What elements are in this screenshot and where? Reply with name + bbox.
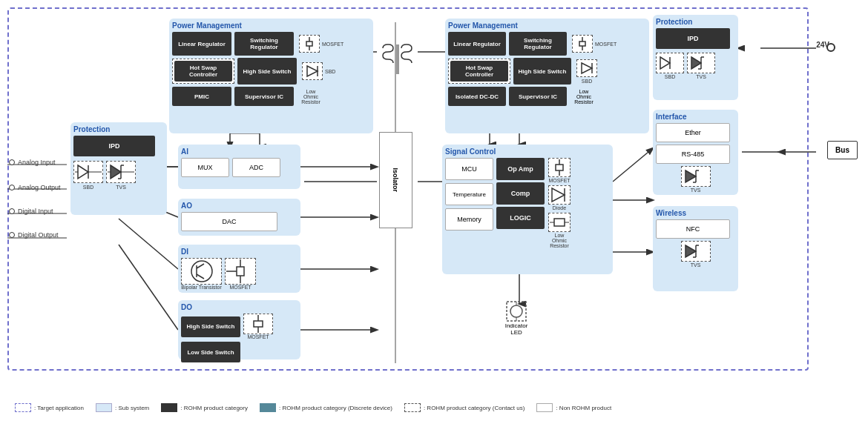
left-pm-mosfet-sym [299,35,320,53]
di-mosfet-label: MOSFET [229,285,251,290]
do-subsystem: DO High Side Switch MOSFET Low Side Swit… [178,300,300,359]
wireless-subsystem: Wireless NFC TVS [653,206,738,291]
do-mosfet-sym [243,314,273,334]
di-bipolar-label: Bipolar Transistor [181,285,222,290]
digital-input-circle [9,208,15,214]
interface-subsystem: Interface Ether RS-485 TVS [653,110,738,195]
svg-marker-80 [685,170,696,182]
logic-box: LOGIC [496,207,545,229]
right-prot-sbd-label: SBD [665,74,675,79]
ai-label: AI [181,147,297,156]
svg-point-50 [191,261,212,282]
right-supervisor: Supervisor IC [509,87,567,106]
left-high-side: High Side Switch [237,58,297,84]
left-ipd: IPD [73,136,155,156]
svg-marker-69 [552,188,565,202]
right-pm-label: Power Management [448,21,646,30]
24v-circle [826,43,835,52]
temperature-box: Temperature [445,183,493,205]
ao-subsystem: AO DAC [178,199,300,236]
svg-rect-55 [237,267,244,276]
diagram-container: Analog Input Analog Output Digital Input… [0,0,868,421]
sc-diode-sym [548,185,571,205]
interface-tvs-label: TVS [691,188,701,193]
do-low-side: Low Side Switch [181,342,240,362]
svg-point-89 [510,305,522,317]
digital-input-label: Digital Input [9,208,53,215]
left-prot-tvs-sym [106,161,136,183]
legend-rohm-contact-label: : ROHM product category (Contact us) [424,405,525,411]
wireless-label: Wireless [656,209,735,217]
digital-output-circle [9,232,15,238]
sc-mosfet-label: MOSFET [548,178,570,183]
legend-teal-icon [260,403,276,412]
svg-line-52 [197,264,204,268]
analog-input-label: Analog Input [9,159,56,166]
svg-marker-74 [660,57,670,69]
sc-mosfet-sym [548,158,571,177]
analog-output-label: Analog Output [9,184,61,191]
transformer [377,41,418,78]
legend-rohm-discrete-label: : ROHM product category (Discrete device… [279,405,392,411]
interface-tvs-sym [681,166,711,187]
di-bipolar-sym [181,258,222,285]
legend-dash2-icon [404,403,421,412]
di-subsystem: DI Bipolar Transistor MOSFET [178,245,300,293]
digital-output-label: Digital Output [9,231,59,239]
legend-rohm-cat: : ROHM product category [161,403,248,412]
right-high-side: High Side Switch [513,58,571,84]
right-ipd: IPD [656,28,730,49]
svg-rect-34 [306,42,312,46]
right-prot-tvs-sym [687,53,715,73]
svg-rect-59 [254,321,263,327]
left-pm-mosfet-label: MOSFET [322,42,343,47]
signal-control: Signal Control MCU Temperature Memory Op… [442,145,613,274]
analog-input-circle [9,159,15,165]
ao-label: AO [181,202,297,210]
left-pm-lowohmic-label: Low Ohmic Resistor [299,89,323,105]
svg-marker-76 [691,57,701,69]
legend: : Target application : Sub system : ROHM… [15,403,611,412]
legend-rohm-discrete: : ROHM product category (Discrete device… [260,403,392,412]
indicator-led: Indicator LED [503,300,530,336]
do-label: DO [181,303,297,311]
analog-output-circle [9,185,15,190]
svg-line-53 [197,274,204,279]
mux-box: MUX [181,158,229,177]
legend-target-label: : Target application [34,405,84,411]
do-mosfet-label: MOSFET [247,334,269,339]
indicator-led-label: Indicator LED [503,322,530,336]
nfc-box: NFC [656,219,730,239]
ai-subsystem: AI MUX ADC [178,145,300,189]
legend-rohm-cat-label: : ROHM product category [180,405,248,411]
right-isolated-dc: Isolated DC-DC [448,87,506,106]
left-supervisor: Supervisor IC [234,87,294,106]
legend-blue-icon [96,403,112,412]
left-power-management: Power Management Linear Regulator Switch… [169,19,373,133]
left-protection-label: Protection [73,125,164,133]
op-amp-box: Op Amp [496,158,545,180]
legend-non-rohm-label: : Non ROHM product [556,405,611,411]
di-label: DI [181,248,297,256]
legend-subsystem: : Sub system [96,403,149,412]
wireless-tvs-sym [681,241,711,262]
rs485-box: RS-485 [656,145,730,164]
left-pmic: PMIC [172,87,231,106]
left-switching-reg: Switching Regulator [234,32,294,56]
svg-marker-36 [307,66,318,76]
left-protection: Protection IPD SBD TVS [70,122,167,215]
left-pm-label: Power Management [172,21,370,30]
sc-lowohmic-sym [548,213,571,232]
ether-box: Ether [656,123,730,142]
mcu-box: MCU [445,158,493,180]
isolator-box: Isolator [379,132,412,228]
interface-label: Interface [656,113,735,121]
left-linear-reg: Linear Regulator [172,32,231,56]
svg-rect-62 [579,42,585,46]
right-protection-label: Protection [656,18,735,26]
wireless-tvs-label: TVS [691,262,701,268]
svg-rect-67 [556,165,563,170]
left-prot-sbd-sym [73,161,103,183]
right-prot-sbd-sym [656,53,684,73]
isolator: Isolator [377,122,414,237]
